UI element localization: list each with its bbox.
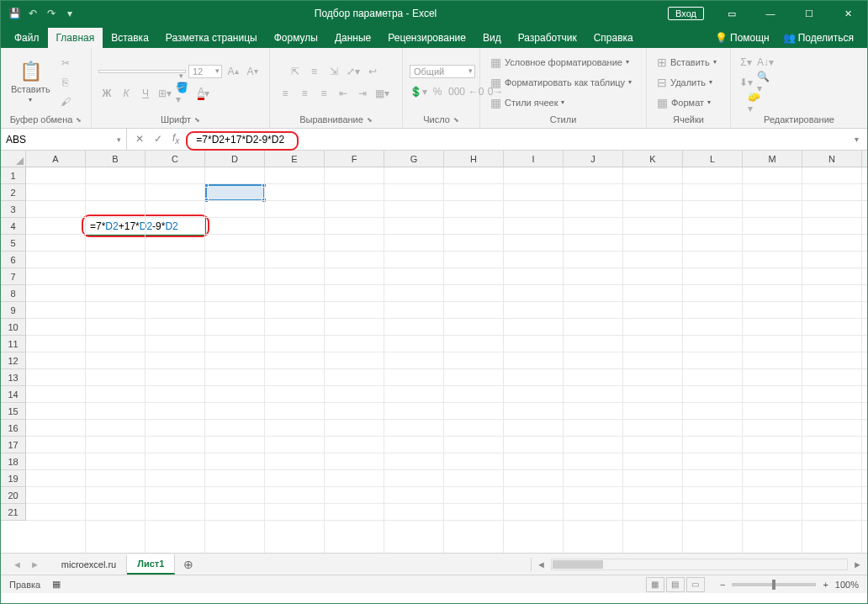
- orientation-icon[interactable]: ⤢▾: [345, 63, 362, 80]
- zoom-level[interactable]: 100%: [835, 580, 859, 590]
- column-header[interactable]: C: [146, 151, 205, 167]
- undo-icon[interactable]: ↶: [26, 7, 40, 20]
- scrollbar-thumb[interactable]: [553, 560, 603, 569]
- select-all-corner[interactable]: [1, 151, 26, 167]
- worksheet-grid[interactable]: ABCDEFGHIJKLMN 1234567891011121314151617…: [1, 151, 867, 553]
- italic-button[interactable]: К: [118, 85, 135, 102]
- column-header[interactable]: B: [86, 151, 146, 167]
- row-header[interactable]: 15: [1, 403, 25, 420]
- row-header[interactable]: 9: [1, 302, 25, 319]
- align-left-icon[interactable]: ≡: [277, 85, 294, 102]
- column-header[interactable]: K: [623, 151, 683, 167]
- column-header[interactable]: F: [325, 151, 384, 167]
- view-pagebreak-icon[interactable]: ▭: [686, 577, 705, 592]
- column-header[interactable]: D: [205, 151, 265, 167]
- font-size-select[interactable]: 12: [188, 65, 222, 78]
- column-header[interactable]: M: [743, 151, 802, 167]
- row-header[interactable]: 1: [1, 167, 25, 184]
- zoom-in-button[interactable]: +: [823, 580, 828, 590]
- indent-increase-icon[interactable]: ⇥: [354, 85, 371, 102]
- formula-input[interactable]: =7*D2+17*D2-9*D2: [191, 132, 289, 147]
- tab-formulas[interactable]: Формулы: [266, 28, 326, 48]
- align-bottom-icon[interactable]: ⇲: [326, 63, 342, 80]
- wrap-text-icon[interactable]: ↩: [364, 63, 381, 80]
- redo-icon[interactable]: ↷: [45, 7, 58, 20]
- sheet-nav-prev-icon[interactable]: ◄: [13, 559, 22, 570]
- indent-decrease-icon[interactable]: ⇤: [335, 85, 352, 102]
- number-format-select[interactable]: Общий: [410, 65, 475, 78]
- tab-layout[interactable]: Разметка страницы: [157, 28, 266, 48]
- row-header[interactable]: 3: [1, 201, 25, 218]
- row-header[interactable]: 20: [1, 487, 25, 504]
- row-header[interactable]: 19: [1, 470, 25, 487]
- column-header[interactable]: J: [564, 151, 623, 167]
- new-sheet-button[interactable]: ⊕: [175, 558, 202, 571]
- tab-developer[interactable]: Разработчик: [510, 28, 585, 48]
- qat-more-icon[interactable]: ▾: [63, 7, 77, 20]
- font-name-select[interactable]: [98, 70, 186, 73]
- paste-button[interactable]: 📋Вставить▾: [8, 59, 54, 105]
- maximize-button[interactable]: ☐: [790, 1, 828, 26]
- tab-insert[interactable]: Вставка: [103, 28, 157, 48]
- tab-help[interactable]: Справка: [585, 28, 642, 48]
- underline-button[interactable]: Ч: [137, 85, 154, 102]
- align-middle-icon[interactable]: ≡: [306, 63, 323, 80]
- zoom-out-button[interactable]: −: [720, 580, 725, 590]
- dialog-launcher-icon[interactable]: ⬊: [453, 116, 459, 124]
- row-header[interactable]: 7: [1, 268, 25, 285]
- dialog-launcher-icon[interactable]: ⬊: [194, 116, 200, 124]
- row-header[interactable]: 8: [1, 285, 25, 302]
- clear-icon[interactable]: 🧽▾: [748, 94, 765, 111]
- delete-cells-button[interactable]: ⊟Удалить▾: [654, 74, 716, 91]
- sort-filter-icon[interactable]: A↓▾: [757, 54, 774, 71]
- column-header[interactable]: N: [802, 151, 862, 167]
- tab-file[interactable]: Файл: [6, 28, 48, 48]
- dialog-launcher-icon[interactable]: ⬊: [367, 116, 373, 124]
- align-center-icon[interactable]: ≡: [296, 85, 313, 102]
- column-header[interactable]: L: [683, 151, 743, 167]
- row-header[interactable]: 12: [1, 352, 25, 369]
- tell-me-button[interactable]: 💡Помощн: [708, 28, 776, 48]
- percent-icon[interactable]: %: [429, 83, 446, 100]
- currency-icon[interactable]: 💲▾: [410, 83, 426, 100]
- comma-icon[interactable]: 000: [448, 83, 465, 100]
- expand-formula-bar-icon[interactable]: ▾: [846, 135, 867, 144]
- insert-cells-button[interactable]: ⊞Вставить▾: [654, 54, 720, 71]
- row-header[interactable]: 13: [1, 369, 25, 386]
- cells-area[interactable]: =7*D2+17*D2-9*D2: [26, 167, 867, 553]
- row-header[interactable]: 11: [1, 336, 25, 352]
- insert-function-icon[interactable]: fx: [172, 132, 179, 146]
- sheet-nav-next-icon[interactable]: ►: [30, 559, 40, 570]
- row-header[interactable]: 6: [1, 252, 25, 268]
- row-header[interactable]: 4: [1, 218, 25, 235]
- decrease-font-icon[interactable]: A▾: [244, 63, 261, 80]
- font-color-icon[interactable]: A▾: [195, 85, 212, 102]
- align-right-icon[interactable]: ≡: [315, 85, 332, 102]
- row-header[interactable]: 10: [1, 319, 25, 336]
- cell-styles-button[interactable]: ▦Стили ячеек▾: [487, 94, 568, 111]
- column-header[interactable]: G: [384, 151, 444, 167]
- row-header[interactable]: 16: [1, 420, 25, 437]
- close-button[interactable]: ✕: [828, 1, 867, 26]
- column-header[interactable]: H: [444, 151, 504, 167]
- name-box[interactable]: ABS: [1, 129, 127, 150]
- column-header[interactable]: A: [26, 151, 86, 167]
- dialog-launcher-icon[interactable]: ⬊: [76, 116, 82, 124]
- macro-record-icon[interactable]: ▦: [52, 579, 61, 590]
- row-header[interactable]: 5: [1, 235, 25, 252]
- row-header[interactable]: 21: [1, 504, 25, 521]
- enter-formula-icon[interactable]: ✓: [154, 133, 162, 145]
- align-top-icon[interactable]: ⇱: [287, 63, 304, 80]
- sign-in-button[interactable]: Вход: [668, 7, 704, 20]
- row-header[interactable]: 17: [1, 437, 25, 453]
- horizontal-scrollbar[interactable]: ◄ ►: [531, 558, 867, 571]
- fill-icon[interactable]: ⬇▾: [738, 74, 754, 91]
- save-icon[interactable]: 💾: [8, 7, 21, 20]
- cut-icon[interactable]: ✂: [57, 55, 74, 72]
- tab-data[interactable]: Данные: [326, 28, 379, 48]
- column-header[interactable]: E: [265, 151, 325, 167]
- fill-color-icon[interactable]: 🪣▾: [176, 85, 193, 102]
- borders-icon[interactable]: ⊞▾: [156, 85, 173, 102]
- row-header[interactable]: 2: [1, 184, 25, 201]
- sheet-tab[interactable]: Лист1: [127, 554, 175, 575]
